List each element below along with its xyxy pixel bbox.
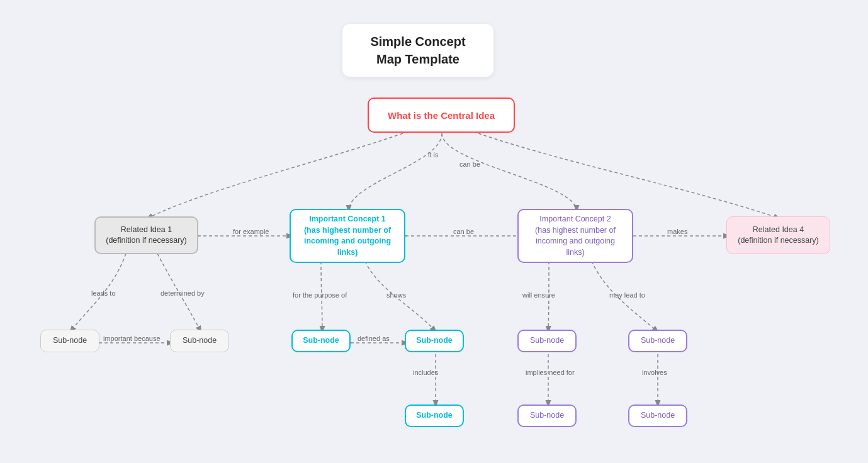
related-idea-1-node[interactable]: Related Idea 1(definition if necessary) [94, 216, 198, 254]
sub-node-cyan-2[interactable]: Sub-node [405, 330, 464, 352]
central-idea-text: What is the Central Idea [388, 109, 495, 122]
link-shows: shows [386, 291, 406, 299]
link-implies-need-for: implies need for [526, 369, 575, 376]
link-involves: involves [642, 369, 667, 376]
link-leads-to: leads to [91, 289, 116, 297]
related-idea-4-node[interactable]: Related Idea 4(definition if necessary) [726, 216, 830, 254]
link-defined-as: defined as [358, 335, 390, 342]
link-can-be: can be [453, 228, 474, 235]
concept-1-text: Important Concept 1(has highest number o… [300, 214, 395, 258]
sub-node-left-2[interactable]: Sub-node [170, 330, 229, 352]
link-can-be-central: can be [459, 160, 480, 168]
concept-map-canvas: Simple Concept Map Template What is the … [0, 0, 868, 463]
central-idea-node[interactable]: What is the Central Idea [368, 98, 515, 133]
link-it-is: it is [428, 151, 439, 159]
concept-2-text: Important Concept 2(has highest number o… [527, 214, 623, 258]
link-for-example: for example [233, 228, 269, 235]
related-idea-1-text: Related Idea 1(definition if necessary) [106, 225, 187, 247]
link-makes: makes [667, 228, 687, 235]
link-will-ensure: will ensure [522, 291, 555, 299]
sub-node-cyan-3[interactable]: Sub-node [405, 404, 464, 427]
sub-node-purple-4[interactable]: Sub-node [628, 404, 687, 427]
related-idea-4-text: Related Idea 4(definition if necessary) [738, 225, 819, 247]
link-includes: includes [413, 369, 438, 376]
sub-node-purple-2[interactable]: Sub-node [628, 330, 687, 352]
link-may-lead-to: may lead to [609, 291, 645, 299]
link-important-because: important because [103, 335, 161, 342]
title-text: Simple Concept Map Template [361, 33, 475, 68]
link-for-purpose-of: for the purpose of [293, 291, 347, 299]
sub-node-purple-3[interactable]: Sub-node [517, 404, 577, 427]
sub-node-cyan-1[interactable]: Sub-node [291, 330, 351, 352]
sub-node-left-1[interactable]: Sub-node [40, 330, 99, 352]
concept-1-node[interactable]: Important Concept 1(has highest number o… [290, 209, 405, 263]
title-node: Simple Concept Map Template [342, 24, 493, 77]
link-determined-by: determined by [161, 289, 205, 297]
concept-2-node[interactable]: Important Concept 2(has highest number o… [517, 209, 633, 263]
sub-node-purple-1[interactable]: Sub-node [517, 330, 577, 352]
